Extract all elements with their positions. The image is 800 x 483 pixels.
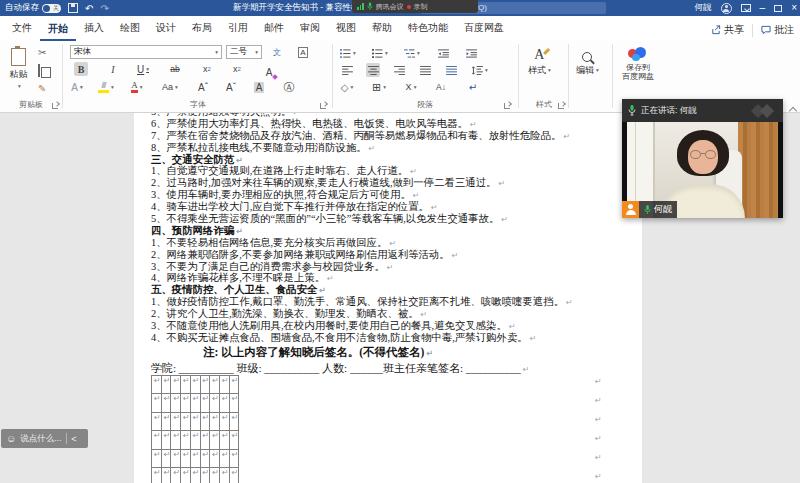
table-cell[interactable]: ↵ (171, 468, 181, 483)
meeting-video-panel[interactable]: 正在讲话: 何靓 何靓 (622, 99, 783, 218)
underline-button[interactable]: U (136, 62, 150, 76)
table-cell[interactable]: ↵ (210, 431, 220, 450)
meeting-floating-bar[interactable]: 腾讯会议 录制 (352, 0, 478, 13)
align-right-icon[interactable] (392, 63, 406, 77)
line-spacing-icon[interactable] (472, 63, 488, 77)
font-color-icon[interactable]: A (130, 80, 144, 94)
table-cell[interactable]: ↵ (171, 431, 181, 450)
table-cell[interactable]: ↵ (219, 394, 229, 413)
table-cell[interactable]: ↵ (210, 449, 220, 468)
autosave-toggle[interactable]: 自动保存 关 (5, 2, 61, 14)
table-cell[interactable]: ↵ (161, 468, 171, 483)
multilevel-list-icon[interactable] (404, 46, 420, 60)
save-icon[interactable] (68, 3, 78, 13)
panel-collapse-chevron-icon[interactable] (789, 106, 797, 114)
table-cell[interactable]: ↵ (152, 412, 162, 431)
editing-button[interactable]: 编辑 (576, 49, 599, 77)
undo-icon[interactable]: ↶ (85, 3, 93, 14)
table-cell[interactable]: ↵ (219, 431, 229, 450)
character-border-icon[interactable]: A (296, 45, 310, 59)
table-cell[interactable]: ↵ (190, 394, 200, 413)
share-button[interactable]: 共享 (711, 23, 744, 37)
table-cell[interactable]: ↵ (229, 412, 239, 431)
table-cell[interactable]: ↵ (200, 394, 210, 413)
meeting-chat-bar[interactable]: ☺ 说点什么... < (1, 429, 88, 448)
copy-icon[interactable] (38, 65, 40, 76)
table-cell[interactable]: ↵ (181, 449, 191, 468)
change-case-icon[interactable]: Aa (162, 80, 178, 94)
table-cell[interactable]: ↵ (181, 394, 191, 413)
tab-文件[interactable]: 文件 (4, 16, 40, 41)
distribute-text-icon[interactable] (444, 63, 458, 77)
clipboard-dialog-launcher[interactable] (52, 102, 59, 109)
table-cell[interactable]: ↵ (171, 375, 181, 394)
table-cell[interactable]: ↵ (152, 449, 162, 468)
restore-window-icon[interactable] (774, 5, 782, 12)
meeting-panel-header[interactable]: 正在讲话: 何靓 (622, 99, 783, 122)
asian-layout-icon[interactable]: X (404, 80, 418, 94)
align-left-icon[interactable] (340, 63, 354, 77)
table-cell[interactable]: ↵ (181, 375, 191, 394)
clear-formatting-icon[interactable]: A (262, 66, 276, 80)
table-cell[interactable]: ↵ (161, 431, 171, 450)
tab-开始[interactable]: 开始 (40, 17, 76, 42)
character-shading-icon[interactable]: A (252, 80, 266, 94)
tab-帮助[interactable]: 帮助 (364, 16, 400, 41)
table-cell[interactable]: ↵ (219, 375, 229, 394)
table-cell[interactable]: ↵ (181, 431, 191, 450)
table-cell[interactable]: ↵ (219, 449, 229, 468)
tab-插入[interactable]: 插入 (76, 16, 112, 41)
redo-icon[interactable]: ↷ (100, 3, 108, 14)
highlight-color-icon[interactable] (98, 80, 114, 94)
strikethrough-button[interactable]: ab (168, 62, 182, 76)
table-cell[interactable]: ↵ (171, 449, 181, 468)
table-cell[interactable]: ↵ (229, 468, 239, 483)
signature-table[interactable]: ↵↵↵↵↵↵↵↵↵↵↵↵↵↵↵↵↵↵↵↵↵↵↵↵↵↵↵↵↵↵↵↵↵↵↵↵↵↵↵↵… (151, 375, 591, 483)
table-cell[interactable]: ↵ (161, 375, 171, 394)
cut-icon[interactable]: ✂ (38, 47, 46, 58)
table-cell[interactable]: ↵ (200, 375, 210, 394)
italic-button[interactable]: I (106, 62, 120, 76)
table-cell[interactable]: ↵ (219, 412, 229, 431)
table-cell[interactable]: ↵ (200, 468, 210, 483)
webcam-video[interactable]: 何靓 (622, 122, 783, 218)
bullet-list-icon[interactable] (340, 46, 356, 60)
table-cell[interactable]: ↵ (152, 468, 162, 483)
tab-设计[interactable]: 设计 (148, 16, 184, 41)
table-cell[interactable]: ↵ (210, 375, 220, 394)
document-page[interactable]: 5、严禁使用蜡烛等明火照明。↵6、严禁使用大功率灯具、热得快、电热毯、电饭煲、电… (134, 112, 642, 483)
table-cell[interactable]: ↵ (181, 412, 191, 431)
save-to-baidu-button[interactable]: 保存到百度网盘 (622, 45, 654, 81)
table-cell[interactable]: ↵ (200, 449, 210, 468)
tab-邮件[interactable]: 邮件 (256, 16, 292, 41)
emoji-icon[interactable]: ☺ (6, 434, 16, 444)
account-name[interactable]: 何靓 (695, 2, 712, 14)
font-dialog-launcher[interactable] (320, 102, 327, 109)
borders-icon[interactable]: ⊞ (372, 80, 386, 94)
bold-button[interactable]: B (74, 62, 88, 76)
table-cell[interactable]: ↵ (171, 412, 181, 431)
table-cell[interactable]: ↵ (190, 375, 200, 394)
comments-button[interactable]: 批注 (761, 23, 794, 37)
table-cell[interactable]: ↵ (190, 468, 200, 483)
tab-布局[interactable]: 布局 (184, 16, 220, 41)
paragraph-dialog-launcher[interactable] (504, 102, 511, 109)
table-cell[interactable]: ↵ (152, 394, 162, 413)
tab-引用[interactable]: 引用 (220, 16, 256, 41)
decrease-indent-icon[interactable] (436, 46, 450, 60)
table-cell[interactable]: ↵ (181, 468, 191, 483)
table-cell[interactable]: ↵ (219, 468, 229, 483)
tab-绘图[interactable]: 绘图 (112, 16, 148, 41)
formatting-marks-icon[interactable]: ↵ (466, 80, 480, 94)
numbered-list-icon[interactable] (372, 46, 388, 60)
ribbon-display-options-icon[interactable] (741, 4, 751, 12)
paste-button[interactable]: 粘贴 (5, 45, 32, 101)
table-cell[interactable]: ↵ (229, 449, 239, 468)
sort-icon[interactable]: A↓ (434, 80, 448, 94)
table-cell[interactable]: ↵ (210, 468, 220, 483)
account-avatar[interactable] (721, 3, 732, 14)
format-painter-icon[interactable]: ✎ (38, 83, 46, 94)
table-cell[interactable]: ↵ (161, 449, 171, 468)
styles-button[interactable]: A 样式 (528, 48, 551, 77)
styles-dialog-launcher[interactable] (558, 102, 565, 109)
